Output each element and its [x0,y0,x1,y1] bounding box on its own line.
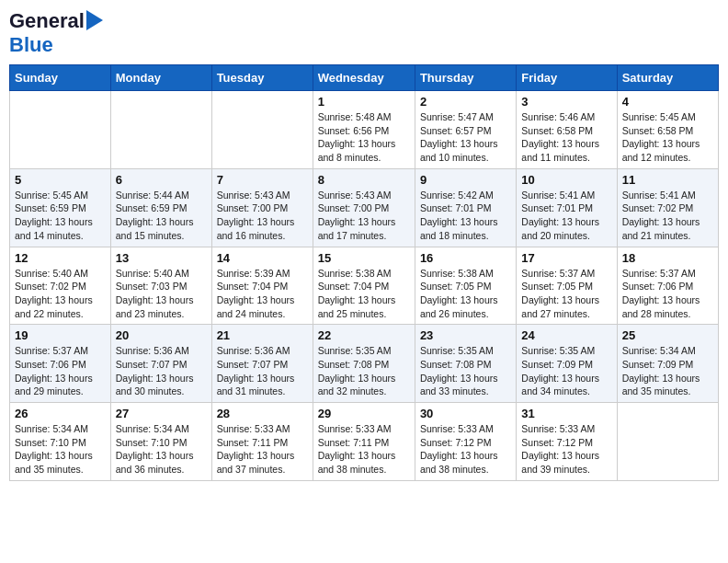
logo: General Blue [9,9,103,57]
day-number: 1 [318,95,410,109]
day-info: Sunrise: 5:37 AM Sunset: 7:06 PM Dayligh… [15,344,106,398]
calendar-cell [617,403,718,481]
calendar-cell: 4Sunrise: 5:45 AM Sunset: 6:58 PM Daylig… [617,91,718,169]
calendar-cell: 23Sunrise: 5:35 AM Sunset: 7:08 PM Dayli… [415,325,516,403]
day-info: Sunrise: 5:45 AM Sunset: 6:58 PM Dayligh… [622,110,713,165]
day-info: Sunrise: 5:33 AM Sunset: 7:11 PM Dayligh… [217,422,308,477]
calendar-cell: 8Sunrise: 5:43 AM Sunset: 7:00 PM Daylig… [313,168,415,247]
calendar-table: SundayMondayTuesdayWednesdayThursdayFrid… [9,64,719,481]
day-number: 21 [217,328,308,342]
calendar-week-5: 26Sunrise: 5:34 AM Sunset: 7:10 PM Dayli… [10,403,719,481]
day-info: Sunrise: 5:38 AM Sunset: 7:04 PM Dayligh… [318,267,410,321]
calendar-cell: 24Sunrise: 5:35 AM Sunset: 7:09 PM Dayli… [517,325,617,403]
calendar-cell: 30Sunrise: 5:33 AM Sunset: 7:12 PM Dayli… [415,403,516,481]
day-info: Sunrise: 5:46 AM Sunset: 6:58 PM Dayligh… [521,110,611,165]
day-number: 4 [622,95,713,109]
day-info: Sunrise: 5:33 AM Sunset: 7:11 PM Dayligh… [318,422,410,477]
calendar-cell: 1Sunrise: 5:48 AM Sunset: 6:56 PM Daylig… [313,91,415,169]
weekday-header-friday: Friday [517,65,617,91]
calendar-cell: 20Sunrise: 5:36 AM Sunset: 7:07 PM Dayli… [110,325,211,403]
calendar-cell: 25Sunrise: 5:34 AM Sunset: 7:09 PM Dayli… [617,325,718,403]
day-number: 19 [15,328,106,342]
day-number: 14 [217,251,308,265]
calendar-cell [10,91,111,169]
day-info: Sunrise: 5:33 AM Sunset: 7:12 PM Dayligh… [521,422,611,477]
day-number: 28 [217,407,308,420]
day-number: 12 [15,251,106,265]
calendar-cell: 14Sunrise: 5:39 AM Sunset: 7:04 PM Dayli… [211,247,313,325]
day-number: 2 [420,95,511,109]
weekday-header-thursday: Thursday [415,65,516,91]
day-number: 9 [420,173,511,187]
day-info: Sunrise: 5:40 AM Sunset: 7:02 PM Dayligh… [15,267,106,321]
calendar-cell: 11Sunrise: 5:41 AM Sunset: 7:02 PM Dayli… [617,168,718,247]
day-info: Sunrise: 5:48 AM Sunset: 6:56 PM Dayligh… [318,110,410,165]
day-info: Sunrise: 5:41 AM Sunset: 7:01 PM Dayligh… [521,189,611,243]
day-info: Sunrise: 5:45 AM Sunset: 6:59 PM Dayligh… [15,189,106,243]
calendar-week-3: 12Sunrise: 5:40 AM Sunset: 7:02 PM Dayli… [10,247,719,325]
day-number: 6 [116,173,207,187]
day-info: Sunrise: 5:39 AM Sunset: 7:04 PM Dayligh… [217,267,308,321]
logo-blue: Blue [9,33,53,56]
calendar-cell: 29Sunrise: 5:33 AM Sunset: 7:11 PM Dayli… [313,403,415,481]
day-info: Sunrise: 5:35 AM Sunset: 7:08 PM Dayligh… [420,344,511,398]
day-number: 24 [521,328,611,342]
calendar-cell: 27Sunrise: 5:34 AM Sunset: 7:10 PM Dayli… [110,403,211,481]
day-number: 25 [622,328,713,342]
weekday-header-wednesday: Wednesday [313,65,415,91]
weekday-header-sunday: Sunday [10,65,111,91]
day-number: 5 [15,173,106,187]
day-number: 30 [420,407,511,420]
day-info: Sunrise: 5:44 AM Sunset: 6:59 PM Dayligh… [116,189,207,243]
day-info: Sunrise: 5:36 AM Sunset: 7:07 PM Dayligh… [116,344,207,398]
day-info: Sunrise: 5:41 AM Sunset: 7:02 PM Dayligh… [622,189,713,243]
calendar-cell: 7Sunrise: 5:43 AM Sunset: 7:00 PM Daylig… [211,168,313,247]
day-number: 15 [318,251,410,265]
weekday-header-monday: Monday [110,65,211,91]
day-number: 27 [116,407,207,420]
calendar-cell: 31Sunrise: 5:33 AM Sunset: 7:12 PM Dayli… [517,403,617,481]
calendar-week-1: 1Sunrise: 5:48 AM Sunset: 6:56 PM Daylig… [10,91,719,169]
day-number: 10 [521,173,611,187]
calendar-cell: 5Sunrise: 5:45 AM Sunset: 6:59 PM Daylig… [10,168,111,247]
calendar-cell: 10Sunrise: 5:41 AM Sunset: 7:01 PM Dayli… [517,168,617,247]
calendar-cell: 15Sunrise: 5:38 AM Sunset: 7:04 PM Dayli… [313,247,415,325]
day-number: 29 [318,407,410,420]
page-header: General Blue [9,9,719,57]
day-info: Sunrise: 5:36 AM Sunset: 7:07 PM Dayligh… [217,344,308,398]
weekday-header-tuesday: Tuesday [211,65,313,91]
calendar-cell [110,91,211,169]
calendar-week-4: 19Sunrise: 5:37 AM Sunset: 7:06 PM Dayli… [10,325,719,403]
calendar-cell: 16Sunrise: 5:38 AM Sunset: 7:05 PM Dayli… [415,247,516,325]
calendar-cell: 2Sunrise: 5:47 AM Sunset: 6:57 PM Daylig… [415,91,516,169]
day-number: 13 [116,251,207,265]
day-info: Sunrise: 5:43 AM Sunset: 7:00 PM Dayligh… [318,189,410,243]
day-number: 31 [521,407,611,420]
weekday-header-saturday: Saturday [617,65,718,91]
calendar-cell: 26Sunrise: 5:34 AM Sunset: 7:10 PM Dayli… [10,403,111,481]
day-info: Sunrise: 5:37 AM Sunset: 7:05 PM Dayligh… [521,267,611,321]
day-number: 18 [622,251,713,265]
day-info: Sunrise: 5:35 AM Sunset: 7:08 PM Dayligh… [318,344,410,398]
calendar-cell: 18Sunrise: 5:37 AM Sunset: 7:06 PM Dayli… [617,247,718,325]
day-number: 16 [420,251,511,265]
day-number: 8 [318,173,410,187]
calendar-cell: 6Sunrise: 5:44 AM Sunset: 6:59 PM Daylig… [110,168,211,247]
day-info: Sunrise: 5:34 AM Sunset: 7:10 PM Dayligh… [15,422,106,477]
day-info: Sunrise: 5:38 AM Sunset: 7:05 PM Dayligh… [420,267,511,321]
day-info: Sunrise: 5:33 AM Sunset: 7:12 PM Dayligh… [420,422,511,477]
day-info: Sunrise: 5:42 AM Sunset: 7:01 PM Dayligh… [420,189,511,243]
calendar-cell: 28Sunrise: 5:33 AM Sunset: 7:11 PM Dayli… [211,403,313,481]
calendar-cell: 3Sunrise: 5:46 AM Sunset: 6:58 PM Daylig… [517,91,617,169]
calendar-cell [211,91,313,169]
calendar-cell: 12Sunrise: 5:40 AM Sunset: 7:02 PM Dayli… [10,247,111,325]
day-number: 20 [116,328,207,342]
day-number: 3 [521,95,611,109]
calendar-cell: 21Sunrise: 5:36 AM Sunset: 7:07 PM Dayli… [211,325,313,403]
day-number: 17 [521,251,611,265]
day-info: Sunrise: 5:34 AM Sunset: 7:10 PM Dayligh… [116,422,207,477]
day-number: 7 [217,173,308,187]
day-info: Sunrise: 5:47 AM Sunset: 6:57 PM Dayligh… [420,110,511,165]
day-number: 22 [318,328,410,342]
calendar-cell: 17Sunrise: 5:37 AM Sunset: 7:05 PM Dayli… [517,247,617,325]
